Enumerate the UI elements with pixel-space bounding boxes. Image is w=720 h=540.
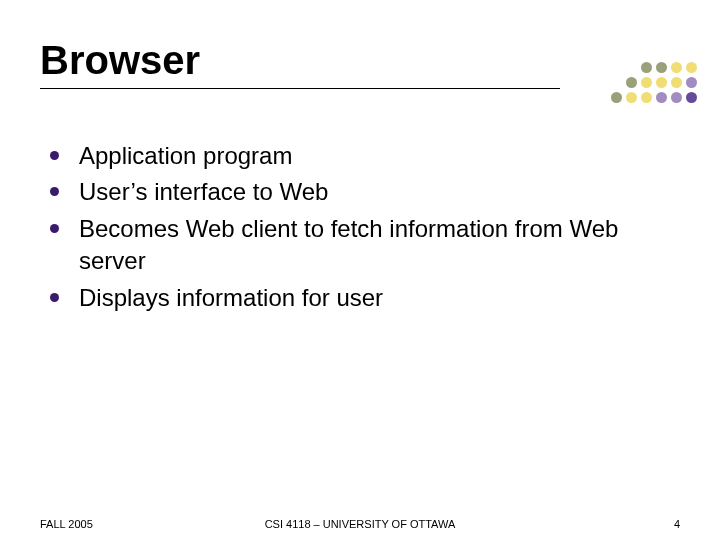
bullet-icon	[50, 151, 59, 160]
bullet-icon	[50, 187, 59, 196]
list-item: Displays information for user	[50, 282, 680, 314]
bullet-list: Application program User’s interface to …	[50, 140, 680, 318]
list-item-text: Displays information for user	[79, 282, 383, 314]
footer-right: 4	[674, 518, 680, 530]
list-item-text: Becomes Web client to fetch information …	[79, 213, 680, 278]
decorative-dots	[611, 62, 700, 106]
list-item: Becomes Web client to fetch information …	[50, 213, 680, 278]
bullet-icon	[50, 293, 59, 302]
list-item: User’s interface to Web	[50, 176, 680, 208]
list-item-text: Application program	[79, 140, 292, 172]
title-underline: Browser	[40, 38, 560, 89]
slide: Browser Application program User’s inter…	[0, 0, 720, 540]
footer-center: CSI 4118 – UNIVERSITY OF OTTAWA	[40, 518, 680, 530]
list-item-text: User’s interface to Web	[79, 176, 328, 208]
bullet-icon	[50, 224, 59, 233]
slide-title: Browser	[40, 38, 560, 82]
list-item: Application program	[50, 140, 680, 172]
